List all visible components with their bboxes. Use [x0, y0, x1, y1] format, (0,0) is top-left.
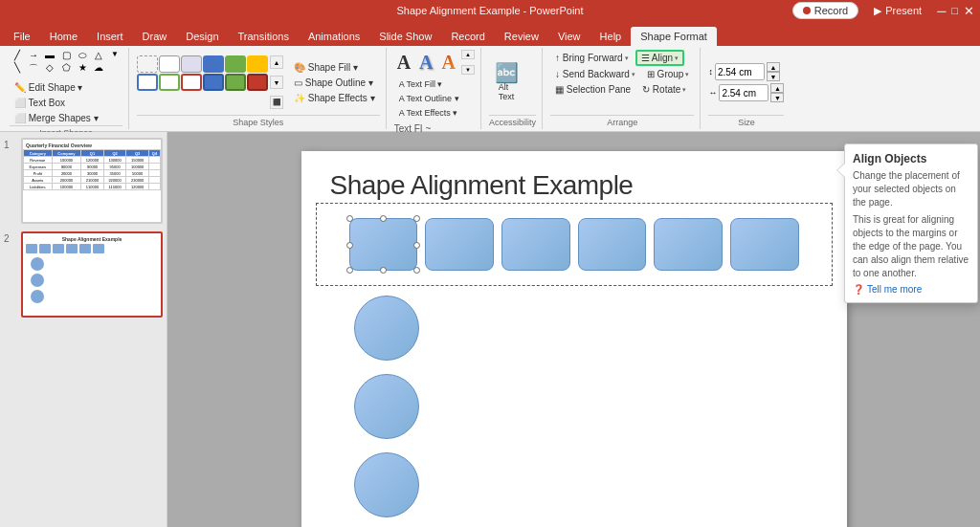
shape-outline-button[interactable]: ▭ Shape Outline ▾ [289, 76, 380, 90]
tab-design[interactable]: Design [176, 27, 228, 46]
tab-transitions[interactable]: Transitions [229, 27, 299, 46]
style-swatch-4[interactable] [203, 55, 224, 73]
style-swatch-12[interactable] [247, 74, 268, 91]
height-input[interactable] [715, 63, 765, 80]
send-backward-button[interactable]: ↓ Send Backward ▾ [550, 67, 640, 81]
shape-cloud[interactable]: ☁ [91, 62, 106, 76]
shape-line[interactable]: ╱ [10, 50, 25, 61]
width-input[interactable] [719, 84, 768, 101]
tab-draw[interactable]: Draw [133, 27, 177, 46]
wordart-a-shadow[interactable]: A [416, 52, 435, 74]
handle-mr-1[interactable] [413, 242, 420, 249]
rounded-rect-1[interactable] [349, 218, 418, 271]
style-more[interactable]: ⬛ [270, 96, 283, 109]
group-button[interactable]: ⊞ Group ▾ [642, 67, 695, 81]
style-scroll-up[interactable]: ▲ [270, 55, 283, 69]
style-swatch-1[interactable] [137, 55, 158, 73]
tab-help[interactable]: Help [590, 27, 632, 46]
align-popup-link[interactable]: ❓ Tell me more [853, 284, 969, 295]
shape-line2[interactable]: ╲ [10, 62, 25, 76]
edit-shape-button[interactable]: ✏️ Edit Shape ▾ [10, 80, 122, 95]
rounded-rect-5[interactable] [654, 218, 723, 271]
slide-thumb-1[interactable]: 1 Quarterly Financial Overview CategoryC… [4, 138, 163, 224]
handle-tl-1[interactable] [346, 215, 353, 222]
shape-effects-button[interactable]: ✨ Shape Effects ▾ [289, 91, 380, 105]
tab-slideshow[interactable]: Slide Show [369, 27, 441, 46]
merge-shapes-button[interactable]: ⬜ Merge Shapes ▾ [10, 111, 122, 125]
style-swatch-3[interactable] [181, 55, 202, 73]
circle-3[interactable] [354, 452, 419, 517]
shape-rrect[interactable]: ▢ [58, 50, 74, 61]
selection-pane-button[interactable]: ▦ Selection Pane [550, 82, 635, 97]
rounded-rect-6[interactable] [730, 218, 799, 271]
shape-oval[interactable]: ⬭ [75, 50, 90, 61]
text-outline-button[interactable]: A Text Outline ▾ [394, 92, 464, 105]
shape-styles-grid [137, 55, 268, 109]
tab-insert[interactable]: Insert [87, 27, 133, 46]
style-swatch-9[interactable] [181, 74, 202, 91]
alt-text-button[interactable]: 🔤 AltText [489, 60, 523, 104]
style-swatch-6[interactable] [247, 55, 268, 73]
style-swatch-5[interactable] [225, 55, 246, 73]
style-swatch-7[interactable] [137, 74, 158, 91]
rounded-rect-2[interactable] [425, 218, 494, 271]
tab-view[interactable]: View [548, 27, 590, 46]
handle-tr-1[interactable] [413, 215, 420, 222]
width-spin-down[interactable]: ▼ [770, 93, 784, 102]
text-fill-button[interactable]: A Text Fill ▾ [394, 77, 464, 91]
minimize-btn[interactable]: ─ [937, 4, 946, 18]
shape-more[interactable]: ▼ [107, 50, 122, 61]
tab-shapeformat[interactable]: Shape Format [631, 27, 717, 46]
shape-pentagon[interactable]: ⬠ [58, 62, 74, 76]
rounded-rect-4[interactable] [578, 218, 647, 271]
canvas-area[interactable]: Shape Alignment Example [167, 132, 980, 527]
slide-panel: 1 Quarterly Financial Overview CategoryC… [0, 132, 167, 527]
tab-file[interactable]: File [4, 27, 40, 46]
slide-thumb-2[interactable]: 2 Shape Alignment Example [4, 231, 163, 318]
shape-curve[interactable]: ⌒ [26, 62, 41, 76]
shape-arrow[interactable]: → [26, 50, 41, 61]
present-button[interactable]: ▶ Present [864, 3, 931, 19]
rounded-rect-3[interactable] [501, 218, 570, 271]
style-scroll-down[interactable]: ▼ [270, 76, 283, 89]
wordart-content: A A A ▲ ▼ A Text Fill ▾ A Text Outline ▾… [394, 50, 475, 134]
style-swatch-2[interactable] [159, 55, 180, 73]
height-spin-up[interactable]: ▲ [767, 62, 780, 72]
shape-rect[interactable]: ▬ [42, 50, 57, 61]
width-spin-up[interactable]: ▲ [770, 83, 784, 93]
circle-1[interactable] [354, 296, 419, 361]
wordart-scroll-down[interactable]: ▼ [461, 65, 475, 75]
shape-tri[interactable]: △ [91, 50, 106, 61]
tab-review[interactable]: Review [495, 27, 548, 46]
record-button[interactable]: Record [792, 2, 858, 19]
bring-forward-button[interactable]: ↑ Bring Forward ▾ [550, 50, 634, 66]
shape-fill-button[interactable]: 🎨 Shape Fill ▾ [289, 60, 380, 75]
slide2-rect-1 [26, 244, 37, 253]
slide-preview-1[interactable]: Quarterly Financial Overview CategoryCom… [21, 138, 163, 224]
tab-home[interactable]: Home [40, 27, 87, 46]
style-swatch-11[interactable] [225, 74, 246, 91]
tab-record[interactable]: Record [441, 27, 494, 46]
wordart-a-plain[interactable]: A [394, 52, 413, 74]
style-swatch-8[interactable] [159, 74, 180, 91]
handle-tm-1[interactable] [380, 215, 387, 222]
maximize-btn[interactable]: □ [951, 5, 958, 16]
shape-diamond[interactable]: ◇ [42, 62, 57, 76]
text-box-button[interactable]: ⬜ Text Box [10, 96, 122, 110]
close-btn[interactable]: ✕ [964, 4, 974, 18]
wordart-scroll-up[interactable]: ▲ [461, 50, 475, 59]
circle-2[interactable] [354, 374, 419, 439]
tab-animations[interactable]: Animations [299, 27, 369, 46]
style-swatch-10[interactable] [203, 74, 224, 91]
wordart-a-gradient[interactable]: A [439, 52, 458, 74]
handle-bl-1[interactable] [346, 267, 353, 274]
slide-preview-2[interactable]: Shape Alignment Example [21, 231, 163, 318]
align-button[interactable]: ☰ Align ▾ [635, 50, 684, 66]
handle-br-1[interactable] [413, 267, 420, 274]
handle-ml-1[interactable] [346, 242, 353, 249]
height-spin-down[interactable]: ▼ [767, 72, 780, 81]
handle-bm-1[interactable] [380, 267, 387, 274]
shape-star[interactable]: ★ [75, 62, 90, 76]
text-effects-button[interactable]: A Text Effects ▾ [394, 106, 464, 120]
rotate-button[interactable]: ↻ Rotate ▾ [637, 82, 691, 97]
